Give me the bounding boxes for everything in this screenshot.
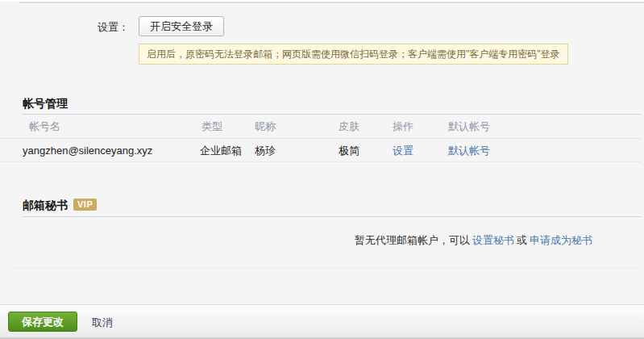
settings-page: 设置： 开启安全登录 启用后，原密码无法登录邮箱；网页版需使用微信扫码登录；客户… [0, 0, 644, 339]
vip-badge: VIP [73, 199, 97, 211]
security-settings-label: 设置： [98, 20, 129, 35]
top-border-line [19, 2, 644, 3]
account-email: yangzhen@silenceyang.xyz [23, 144, 200, 157]
column-header-skin: 皮肤 [339, 119, 393, 134]
account-settings-link[interactable]: 设置 [393, 144, 413, 157]
apply-secretary-link[interactable]: 申请成为秘书 [530, 234, 592, 246]
column-header-account: 帐号名 [29, 119, 202, 134]
mailbox-secretary-title-text: 邮箱秘书 [23, 199, 68, 211]
secure-login-notice: 启用后，原密码无法登录邮箱；网页版需使用微信扫码登录；客户端需使用"客户端专用密… [139, 44, 568, 65]
account-table-row: yangzhen@silenceyang.xyz 企业邮箱 杨珍 极简 设置 默… [0, 140, 641, 162]
secretary-empty-text: 暂无代理邮箱帐户，可以 [355, 234, 470, 246]
column-header-type: 类型 [202, 119, 255, 134]
column-header-nickname: 昵称 [255, 119, 339, 134]
secretary-empty-state: 暂无代理邮箱帐户，可以设置秘书或申请成为秘书 [355, 233, 595, 248]
account-skin: 极简 [339, 144, 393, 158]
account-table-header: 帐号名 类型 昵称 皮肤 操作 默认帐号 [0, 115, 641, 139]
column-header-action: 操作 [393, 119, 448, 134]
set-default-account-link[interactable]: 默认帐号 [448, 144, 490, 157]
enable-secure-login-button[interactable]: 开启安全登录 [139, 16, 224, 36]
secretary-section-divider [23, 216, 641, 217]
account-type: 企业邮箱 [200, 144, 255, 158]
secretary-or-text: 或 [517, 234, 527, 246]
mailbox-secretary-title: 邮箱秘书VIP [23, 199, 97, 213]
column-header-default-account: 默认帐号 [448, 119, 641, 134]
account-management-title: 帐号管理 [23, 97, 68, 111]
save-changes-button[interactable]: 保存更改 [8, 312, 77, 332]
secretary-bottom-divider [11, 267, 640, 268]
account-nickname: 杨珍 [255, 144, 339, 158]
cancel-link[interactable]: 取消 [92, 316, 113, 330]
set-secretary-link[interactable]: 设置秘书 [472, 234, 514, 246]
